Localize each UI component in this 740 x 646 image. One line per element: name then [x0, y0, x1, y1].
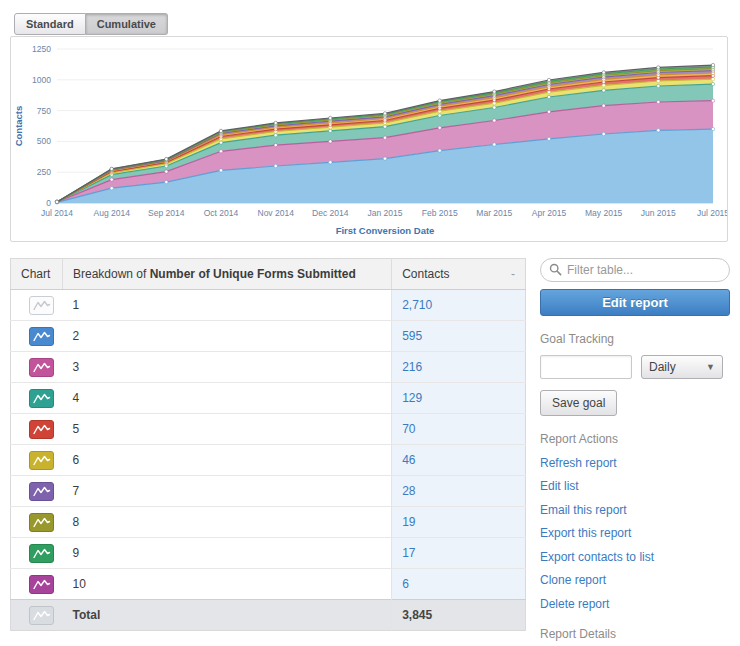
export-contacts-to-list-link[interactable]: Export contacts to list [540, 550, 730, 564]
table-total-row: Total 3,845 [11, 600, 526, 631]
contacts-count-link[interactable]: 6 [402, 577, 409, 591]
svg-text:Apr 2015: Apr 2015 [532, 208, 567, 218]
breakdown-table: Chart Breakdown of Number of Unique Form… [10, 258, 526, 631]
contacts-count-link[interactable]: 129 [402, 391, 422, 405]
contacts-count[interactable]: 6 [392, 569, 526, 600]
cumulative-button[interactable]: Cumulative [86, 13, 168, 35]
goal-value-input[interactable] [540, 355, 632, 379]
contacts-count[interactable]: 19 [392, 507, 526, 538]
goal-frequency-value: Daily [649, 360, 676, 374]
series-chart-icon[interactable] [29, 327, 54, 346]
contacts-count[interactable]: 17 [392, 538, 526, 569]
svg-text:Mar 2015: Mar 2015 [476, 208, 512, 218]
contacts-count[interactable]: 2,710 [392, 290, 526, 321]
series-chart-icon[interactable] [29, 606, 54, 625]
column-header-breakdown[interactable]: Breakdown of Number of Unique Forms Subm… [62, 259, 391, 290]
svg-text:Jun 2015: Jun 2015 [641, 208, 676, 218]
table-row: 8 19 [11, 507, 526, 538]
contacts-count[interactable]: 28 [392, 476, 526, 507]
series-chart-icon[interactable] [29, 296, 54, 315]
delete-report-link[interactable]: Delete report [540, 597, 730, 611]
svg-text:Feb 2015: Feb 2015 [422, 208, 458, 218]
column-header-chart[interactable]: Chart [11, 259, 63, 290]
svg-text:Oct 2014: Oct 2014 [204, 208, 239, 218]
contacts-count: 3,845 [392, 600, 526, 631]
breakdown-value-label: 7 [62, 476, 391, 507]
column-header-contacts[interactable]: Contacts- [392, 259, 526, 290]
contacts-count[interactable]: 70 [392, 414, 526, 445]
breakdown-prefix: Breakdown of [73, 267, 150, 281]
breakdown-value-label: 5 [62, 414, 391, 445]
svg-text:500: 500 [37, 136, 51, 146]
svg-text:Contacts: Contacts [13, 106, 24, 147]
table-row: 1 2,710 [11, 290, 526, 321]
svg-text:1250: 1250 [32, 44, 51, 54]
edit-report-button[interactable]: Edit report [540, 289, 730, 316]
contacts-count[interactable]: 129 [392, 383, 526, 414]
export-this-report-link[interactable]: Export this report [540, 526, 730, 540]
filter-table-input[interactable] [540, 258, 730, 282]
svg-text:750: 750 [37, 106, 51, 116]
series-chart-icon[interactable] [29, 389, 54, 408]
svg-text:0: 0 [46, 198, 51, 208]
series-chart-icon[interactable] [29, 544, 54, 563]
sort-indicator[interactable]: - [505, 267, 515, 281]
contacts-count[interactable]: 46 [392, 445, 526, 476]
contacts-count-link[interactable]: 17 [402, 546, 415, 560]
save-goal-button[interactable]: Save goal [540, 390, 617, 416]
series-chart-icon[interactable] [29, 482, 54, 501]
goal-tracking-heading: Goal Tracking [540, 332, 730, 346]
breakdown-value-label: Total [62, 600, 391, 631]
chevron-down-icon: ▼ [706, 362, 715, 372]
refresh-report-link[interactable]: Refresh report [540, 456, 730, 470]
contacts-count-link[interactable]: 2,710 [402, 298, 432, 312]
contacts-count[interactable]: 595 [392, 321, 526, 352]
breakdown-value-label: 4 [62, 383, 391, 414]
svg-text:Sep 2014: Sep 2014 [148, 208, 185, 218]
breakdown-value-label: 2 [62, 321, 391, 352]
breakdown-property-name: Number of Unique Forms Submitted [150, 267, 356, 281]
svg-text:Nov 2014: Nov 2014 [258, 208, 295, 218]
goal-frequency-select[interactable]: Daily ▼ [641, 355, 723, 379]
table-row: 6 46 [11, 445, 526, 476]
svg-text:1000: 1000 [32, 75, 51, 85]
table-row: 9 17 [11, 538, 526, 569]
report-actions-heading: Report Actions [540, 432, 730, 446]
contacts-count-link[interactable]: 19 [402, 515, 415, 529]
breakdown-value-label: 3 [62, 352, 391, 383]
standard-button[interactable]: Standard [14, 13, 86, 35]
series-chart-icon[interactable] [29, 358, 54, 377]
clone-report-link[interactable]: Clone report [540, 573, 730, 587]
series-chart-icon[interactable] [29, 513, 54, 532]
stacked-area-chart[interactable]: 025050075010001250Jul 2014Aug 2014Sep 20… [11, 37, 727, 241]
contacts-count-link[interactable]: 28 [402, 484, 415, 498]
contacts-count-link[interactable]: 595 [402, 329, 422, 343]
filter-table-field [540, 258, 730, 282]
svg-text:250: 250 [37, 167, 51, 177]
goal-row: Daily ▼ [540, 355, 730, 379]
svg-text:Jul 2015: Jul 2015 [697, 208, 727, 218]
report-sidebar: Edit report Goal Tracking Daily ▼ Save g… [540, 258, 730, 646]
series-chart-icon[interactable] [29, 420, 54, 439]
table-row: 7 28 [11, 476, 526, 507]
chart-mode-toggle: Standard Cumulative [14, 13, 168, 35]
contacts-header-label: Contacts [402, 267, 449, 281]
svg-text:First Conversion Date: First Conversion Date [336, 225, 435, 236]
report-details-heading: Report Details [540, 627, 730, 641]
svg-text:Dec 2014: Dec 2014 [312, 208, 349, 218]
contacts-count-link[interactable]: 70 [402, 422, 415, 436]
table-row: 4 129 [11, 383, 526, 414]
contacts-count-link[interactable]: 216 [402, 360, 422, 374]
contacts-count[interactable]: 216 [392, 352, 526, 383]
email-this-report-link[interactable]: Email this report [540, 503, 730, 517]
table-header-row: Chart Breakdown of Number of Unique Form… [11, 259, 526, 290]
breakdown-value-label: 6 [62, 445, 391, 476]
contacts-count-link[interactable]: 46 [402, 453, 415, 467]
edit-list-link[interactable]: Edit list [540, 479, 730, 493]
series-chart-icon[interactable] [29, 575, 54, 594]
table-row: 10 6 [11, 569, 526, 600]
series-chart-icon[interactable] [29, 451, 54, 470]
breakdown-value-label: 1 [62, 290, 391, 321]
table-row: 3 216 [11, 352, 526, 383]
search-icon [549, 263, 562, 279]
